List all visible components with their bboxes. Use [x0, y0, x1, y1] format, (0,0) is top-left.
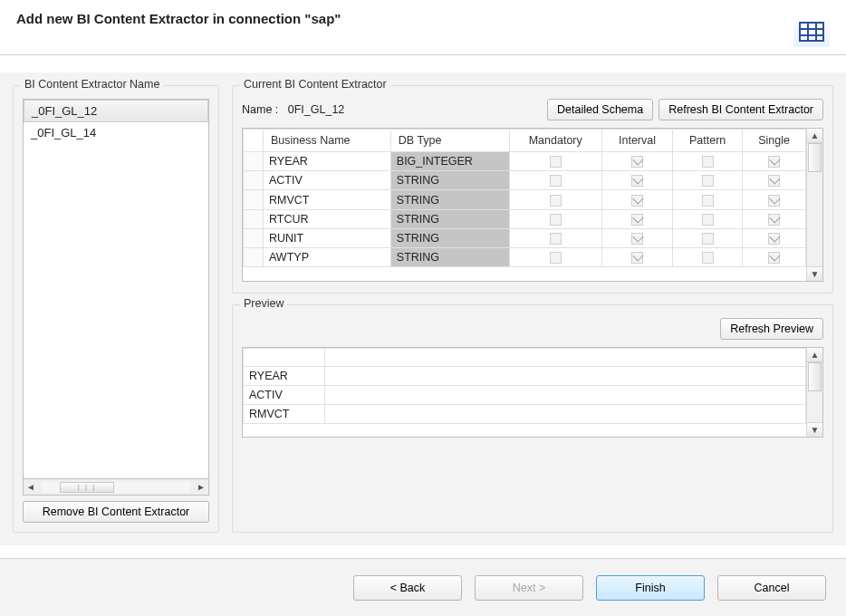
scroll-up-arrow-icon[interactable]: ▲ — [807, 129, 822, 143]
scroll-down-arrow-icon[interactable]: ▼ — [807, 266, 822, 281]
svg-rect-0 — [800, 23, 823, 41]
schema-column-header[interactable]: Business Name — [264, 130, 391, 152]
checkbox-icon — [702, 233, 714, 245]
checkbox-cell[interactable] — [673, 228, 743, 247]
schema-table[interactable]: Business NameDB TypeMandatoryIntervalPat… — [243, 129, 806, 267]
checkbox-cell[interactable] — [601, 248, 672, 267]
checkbox-icon — [768, 252, 780, 264]
checkbox-cell[interactable] — [673, 209, 743, 228]
checkbox-icon — [631, 175, 643, 187]
business-name-cell: RTCUR — [264, 209, 391, 228]
checkbox-cell[interactable] — [601, 209, 672, 228]
table-row[interactable]: AWTYPSTRING — [244, 248, 806, 267]
extractor-name-item[interactable]: _0FI_GL_12 — [24, 100, 208, 122]
schema-column-header[interactable]: Mandatory — [509, 130, 601, 152]
table-row[interactable]: RMVCT — [244, 405, 806, 424]
db-type-cell: BIG_INTEGER — [390, 152, 509, 171]
current-extractor-group: Current BI Content Extractor Name : 0FI_… — [232, 85, 833, 294]
checkbox-icon — [768, 195, 780, 207]
checkbox-cell[interactable] — [601, 152, 672, 171]
table-row[interactable]: RUNITSTRING — [244, 228, 806, 247]
checkbox-cell[interactable] — [601, 171, 672, 190]
table-row[interactable]: RYEAR — [244, 367, 806, 386]
checkbox-cell[interactable] — [509, 228, 601, 247]
schema-column-header[interactable]: Pattern — [673, 130, 743, 152]
schema-table-wrap: Business NameDB TypeMandatoryIntervalPat… — [242, 128, 823, 282]
business-name-cell: RMVCT — [264, 190, 391, 209]
checkbox-cell[interactable] — [509, 171, 601, 190]
preview-row-name: RMVCT — [244, 405, 325, 424]
extractor-name-item[interactable]: _0FI_GL_14 — [24, 122, 208, 143]
scroll-right-arrow-icon[interactable]: ► — [196, 482, 207, 493]
table-row[interactable]: RYEARBIG_INTEGER — [244, 152, 806, 171]
extractor-name-group: BI Content Extractor Name _0FI_GL_12_0FI… — [13, 85, 219, 533]
back-button[interactable]: < Back — [353, 575, 462, 601]
table-row[interactable]: RTCURSTRING — [244, 209, 806, 228]
table-row[interactable]: ACTIVSTRING — [244, 171, 806, 190]
preview-row-value — [325, 386, 806, 405]
cancel-button[interactable]: Cancel — [717, 575, 826, 601]
business-name-cell: AWTYP — [264, 248, 391, 267]
schema-column-header[interactable]: Single — [743, 130, 806, 152]
row-header — [244, 228, 264, 247]
checkbox-cell[interactable] — [509, 209, 601, 228]
checkbox-cell[interactable] — [601, 228, 672, 247]
checkbox-cell[interactable] — [743, 152, 806, 171]
schema-column-header[interactable]: DB Type — [390, 130, 509, 152]
refresh-extractor-button[interactable]: Refresh BI Content Extractor — [659, 99, 823, 120]
checkbox-icon — [550, 233, 562, 245]
checkbox-cell[interactable] — [743, 171, 806, 190]
checkbox-cell[interactable] — [673, 152, 743, 171]
preview-table[interactable]: RYEARACTIVRMVCT — [243, 348, 806, 424]
row-header — [244, 209, 264, 228]
checkbox-cell[interactable] — [509, 248, 601, 267]
scroll-track[interactable] — [807, 362, 822, 422]
scroll-track[interactable] — [807, 143, 822, 266]
scroll-thumb[interactable] — [808, 362, 822, 391]
checkbox-cell[interactable] — [509, 152, 601, 171]
dialog-title: Add new BI Content Extractor in connecti… — [16, 11, 830, 26]
schema-vertical-scrollbar[interactable]: ▲ ▼ — [806, 129, 822, 281]
checkbox-cell[interactable] — [743, 209, 806, 228]
checkbox-cell[interactable] — [743, 248, 806, 267]
checkbox-icon — [550, 214, 562, 226]
db-type-cell: STRING — [390, 228, 509, 247]
table-row[interactable]: RMVCTSTRING — [244, 190, 806, 209]
table-row[interactable]: ACTIV — [244, 386, 806, 405]
checkbox-cell[interactable] — [743, 228, 806, 247]
schema-column-header[interactable]: Interval — [601, 130, 672, 152]
schema-column-header[interactable] — [244, 130, 264, 152]
row-header — [244, 190, 264, 209]
extractor-name-list[interactable]: _0FI_GL_12_0FI_GL_14 — [23, 99, 209, 479]
checkbox-icon — [631, 156, 643, 168]
checkbox-cell[interactable] — [673, 248, 743, 267]
db-type-cell: STRING — [390, 190, 509, 209]
checkbox-cell[interactable] — [509, 190, 601, 209]
list-horizontal-scrollbar[interactable]: ◄ | | | ► — [23, 479, 209, 496]
scroll-down-arrow-icon[interactable]: ▼ — [807, 422, 822, 437]
checkbox-cell[interactable] — [673, 190, 743, 209]
remove-extractor-button[interactable]: Remove BI Content Extractor — [23, 501, 209, 523]
row-header — [244, 248, 264, 267]
scroll-track[interactable]: | | | — [42, 482, 190, 493]
checkbox-icon — [631, 195, 643, 207]
checkbox-cell[interactable] — [601, 190, 672, 209]
checkbox-icon — [768, 214, 780, 226]
scroll-thumb[interactable]: | | | — [60, 482, 114, 493]
table-icon — [793, 16, 830, 47]
checkbox-cell[interactable] — [673, 171, 743, 190]
scroll-left-arrow-icon[interactable]: ◄ — [25, 482, 36, 493]
checkbox-cell[interactable] — [743, 190, 806, 209]
checkbox-icon — [768, 156, 780, 168]
detailed-schema-button[interactable]: Detailed Schema — [547, 99, 653, 120]
preview-row-value — [325, 367, 806, 386]
scroll-up-arrow-icon[interactable]: ▲ — [807, 348, 822, 362]
preview-row-name: RYEAR — [244, 367, 325, 386]
preview-vertical-scrollbar[interactable]: ▲ ▼ — [806, 348, 822, 437]
refresh-preview-button[interactable]: Refresh Preview — [720, 318, 823, 340]
finish-button[interactable]: Finish — [596, 575, 705, 601]
next-button[interactable]: Next > — [475, 575, 583, 601]
preview-row-name: ACTIV — [244, 386, 325, 405]
preview-row-value — [325, 405, 806, 424]
scroll-thumb[interactable] — [808, 143, 822, 172]
